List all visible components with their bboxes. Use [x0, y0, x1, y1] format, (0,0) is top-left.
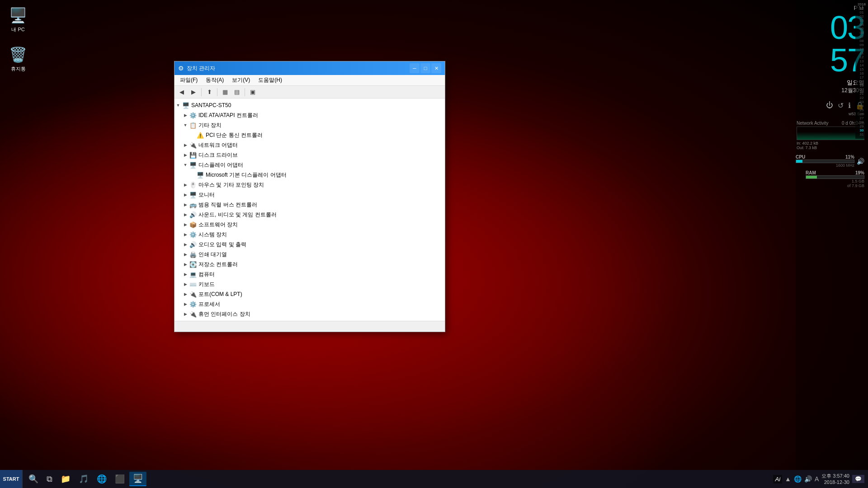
tray-time[interactable]: 오후 3:57:40 2018-12-30 — [821, 473, 849, 486]
cpu-percent: 11% — [845, 155, 854, 160]
tray-expand[interactable]: ▲ — [785, 475, 791, 483]
refresh-button[interactable]: ↺ — [838, 101, 844, 110]
root-expander[interactable]: ▼ — [175, 102, 182, 109]
taskbar-search[interactable]: 🔍 — [25, 472, 42, 486]
toolbar-up[interactable]: ⬆ — [204, 87, 215, 97]
net-expander[interactable]: ▶ — [182, 141, 189, 149]
toolbar-btn2[interactable]: ▤ — [231, 87, 242, 97]
system-label: 시스템 장치 — [198, 231, 227, 239]
tree-item-usb[interactable]: ▶ 🚌 범용 직렬 버스 컨트롤러 — [175, 200, 445, 210]
menu-view[interactable]: 보기(V) — [228, 75, 254, 85]
tree-item-pci[interactable]: ⚠️ PCI 단순 통신 컨트롤러 — [175, 130, 445, 140]
toolbar-btn3[interactable]: ▣ — [247, 87, 258, 97]
tray-network-icon[interactable]: 🌐 — [794, 475, 802, 483]
tree-item-monitor[interactable]: ▶ 🖥️ 모니터 — [175, 190, 445, 200]
tree-item-sound[interactable]: ▶ 🔊 사운드, 비디오 및 게임 컨트롤러 — [175, 210, 445, 220]
status-bar — [175, 321, 445, 332]
tree-item-software[interactable]: ▶ 📦 소프트웨어 장치 — [175, 220, 445, 230]
ram-label: RAM — [806, 170, 816, 175]
storage-expander[interactable]: ▶ — [182, 261, 189, 268]
computer-label: 컴퓨터 — [198, 271, 215, 278]
taskbar-explorer[interactable]: 📁 — [57, 472, 74, 486]
software-expander[interactable]: ▶ — [182, 221, 189, 228]
monitor-expander[interactable]: ▶ — [182, 191, 189, 198]
taskbar-cmd[interactable]: ⬛ — [111, 472, 128, 486]
taskbar: START 🔍 ⧉ 📁 🎵 🌐 ⬛ 🖥️ Ai ▲ 🌐 🔊 A 오후 3:57:… — [0, 470, 868, 488]
software-icon: 📦 — [189, 221, 197, 229]
tree-item-mouse[interactable]: ▶ 🖱️ 마우스 및 기타 포인팅 장치 — [175, 180, 445, 190]
ports-expander[interactable]: ▶ — [182, 291, 189, 298]
tree-item-print[interactable]: ▶ 🖨️ 인쇄 대기열 — [175, 249, 445, 259]
taskbar-media[interactable]: 🎵 — [75, 472, 92, 486]
taskbar-devmgr[interactable]: 🖥️ — [129, 472, 146, 486]
tree-item-other[interactable]: ▼ 📋 기타 장치 — [175, 120, 445, 130]
tray-chat-icon[interactable]: 💬 — [852, 475, 864, 483]
power-button[interactable]: ⏻ — [826, 101, 833, 110]
processor-icon: ⚙️ — [189, 300, 197, 308]
tray-volume-icon[interactable]: 🔊 — [804, 475, 812, 483]
taskbar-buttons: 🔍 ⧉ 📁 🎵 🌐 ⬛ 🖥️ — [23, 472, 769, 486]
tree-item-ports[interactable]: ▶ 🔌 포트(COM & LPT) — [175, 289, 445, 299]
info-button[interactable]: ℹ — [848, 101, 851, 110]
ram-bar-bg — [806, 175, 864, 179]
toolbar-forward[interactable]: ▶ — [188, 87, 199, 97]
device-tree[interactable]: ▼ 🖥️ SANTAPC-ST50 ▶ ⚙️ IDE ATA/ATAPI 컨트롤… — [175, 99, 445, 321]
tree-item-computer[interactable]: ▶ 💻 컴퓨터 — [175, 269, 445, 279]
cpu-bar-fill — [796, 160, 802, 163]
hid-expander[interactable]: ▶ — [182, 310, 189, 318]
tree-root[interactable]: ▼ 🖥️ SANTAPC-ST50 — [175, 100, 445, 110]
tree-item-audio[interactable]: ▶ 🔊 오디오 입력 및 출력 — [175, 239, 445, 249]
taskbar-globe[interactable]: 🌐 — [93, 472, 110, 486]
tray-ai-label[interactable]: Ai — [773, 475, 782, 483]
tray-ime[interactable]: A — [815, 475, 819, 483]
tree-item-ide[interactable]: ▶ ⚙️ IDE ATA/ATAPI 컨트롤러 — [175, 110, 445, 120]
start-button[interactable]: START — [0, 470, 23, 488]
ram-total: of 7.9 GB — [847, 183, 864, 188]
usb-expander[interactable]: ▶ — [182, 201, 189, 208]
taskbar-taskview[interactable]: ⧉ — [43, 472, 56, 486]
tree-item-ms-display[interactable]: 🖥️ Microsoft 기본 디스플레이 어댑터 — [175, 170, 445, 180]
ide-expander[interactable]: ▶ — [182, 112, 189, 119]
desktop-icon-mypc[interactable]: 🖥️ 내 PC — [7, 5, 29, 35]
print-expander[interactable]: ▶ — [182, 251, 189, 258]
toolbar-back[interactable]: ◀ — [176, 87, 187, 97]
tree-item-storage[interactable]: ▶ 💽 저장소 컨트롤러 — [175, 259, 445, 269]
other-label: 기타 장치 — [198, 122, 222, 129]
tree-item-hid[interactable]: ▶ 🔌 휴먼 인터페이스 장치 — [175, 309, 445, 319]
processor-label: 프로세서 — [198, 300, 220, 308]
tree-item-keyboard[interactable]: ▶ ⌨️ 키보드 — [175, 279, 445, 289]
display-expander[interactable]: ▼ — [182, 161, 189, 169]
mouse-expander[interactable]: ▶ — [182, 181, 189, 188]
menu-file[interactable]: 파일(F) — [176, 75, 201, 85]
processor-expander[interactable]: ▶ — [182, 300, 189, 308]
ram-stats: RAM 19% 1.5 GB of 7.9 GB — [806, 170, 864, 188]
minimize-button[interactable]: ─ — [410, 63, 420, 73]
audio-expander[interactable]: ▶ — [182, 241, 189, 248]
system-expander[interactable]: ▶ — [182, 231, 189, 238]
toolbar-btn1[interactable]: ▦ — [220, 87, 231, 97]
tree-item-disk[interactable]: ▶ 💾 디스크 드라이브 — [175, 150, 445, 160]
display-icon: 🖥️ — [189, 161, 197, 169]
volume-icon[interactable]: 🔊 — [857, 158, 864, 165]
tree-item-processor[interactable]: ▶ ⚙️ 프로세서 — [175, 299, 445, 309]
maximize-button[interactable]: □ — [420, 63, 430, 73]
vcal-month: 12 — [860, 6, 864, 10]
network-graph — [797, 127, 864, 140]
other-icon: 📋 — [189, 121, 197, 129]
close-button[interactable]: ✕ — [431, 63, 441, 73]
disk-expander[interactable]: ▶ — [182, 151, 189, 159]
cpu-speed: 1600 MHz — [836, 163, 854, 168]
tree-item-system[interactable]: ▶ ⚙️ 시스템 장치 — [175, 230, 445, 239]
tree-item-display[interactable]: ▼ 🖥️ 디스플레이 어댑터 — [175, 160, 445, 170]
computer-icon: 💻 — [189, 270, 197, 278]
other-expander[interactable]: ▼ — [182, 122, 189, 129]
mypc-label: 내 PC — [11, 26, 24, 33]
desktop-icon-recycle[interactable]: 🗑️ 휴지통 — [7, 44, 29, 74]
menu-help[interactable]: 도움말(H) — [255, 75, 286, 85]
menu-action[interactable]: 동작(A) — [202, 75, 227, 85]
tree-item-net[interactable]: ▶ 🔌 네트워크 어댑터 — [175, 140, 445, 150]
sound-expander[interactable]: ▶ — [182, 211, 189, 218]
keyboard-expander[interactable]: ▶ — [182, 281, 189, 288]
storage-label: 저장소 컨트롤러 — [198, 261, 238, 268]
computer-expander[interactable]: ▶ — [182, 271, 189, 278]
